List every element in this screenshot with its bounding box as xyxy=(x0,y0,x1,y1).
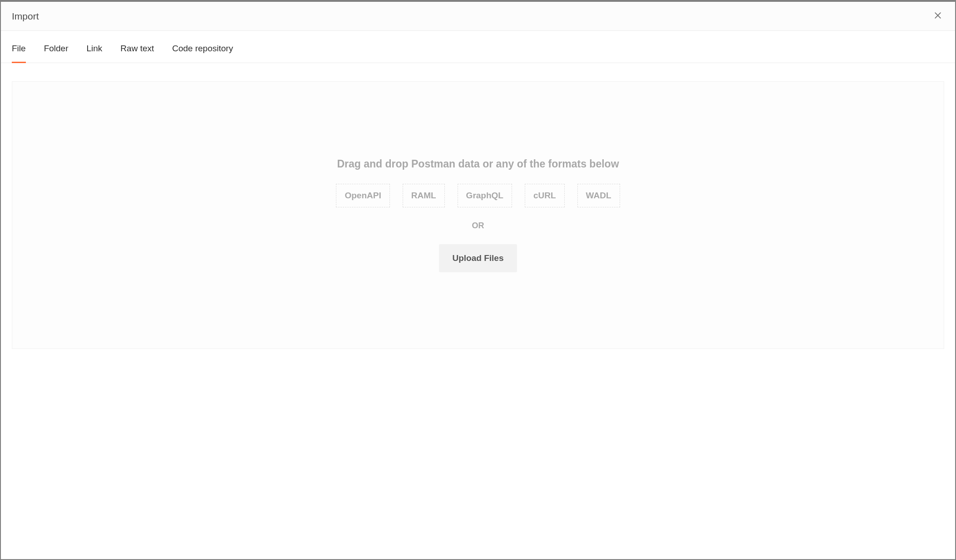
dialog-header: Import xyxy=(1,2,955,31)
close-button[interactable] xyxy=(931,9,944,23)
upload-files-button[interactable]: Upload Files xyxy=(439,244,517,272)
close-icon xyxy=(933,11,942,21)
format-curl: cURL xyxy=(525,184,565,207)
separator-text: OR xyxy=(472,221,484,231)
file-dropzone[interactable]: Drag and drop Postman data or any of the… xyxy=(12,81,944,349)
format-openapi: OpenAPI xyxy=(336,184,389,207)
dropzone-message: Drag and drop Postman data or any of the… xyxy=(337,158,619,170)
format-wadl: WADL xyxy=(577,184,620,207)
tab-code-repository[interactable]: Code repository xyxy=(172,33,233,63)
dialog-title: Import xyxy=(12,11,39,22)
dropzone-inner: Drag and drop Postman data or any of the… xyxy=(336,158,620,272)
tab-raw-text[interactable]: Raw text xyxy=(120,33,154,63)
format-raml: RAML xyxy=(403,184,445,207)
import-tabs: File Folder Link Raw text Code repositor… xyxy=(1,33,955,63)
supported-formats: OpenAPI RAML GraphQL cURL WADL xyxy=(336,184,620,207)
content-area: Drag and drop Postman data or any of the… xyxy=(1,63,955,360)
format-graphql: GraphQL xyxy=(458,184,512,207)
tab-folder[interactable]: Folder xyxy=(44,33,69,63)
tab-link[interactable]: Link xyxy=(86,33,102,63)
tab-file[interactable]: File xyxy=(12,33,26,63)
